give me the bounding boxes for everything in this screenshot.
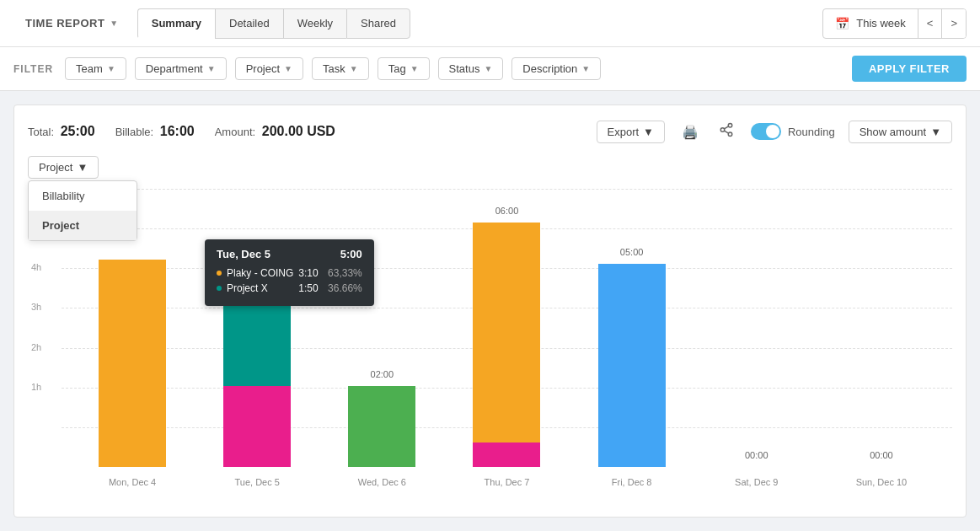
grid-label-1h: 1h (31, 382, 41, 392)
filter-project[interactable]: Project ▼ (235, 57, 303, 80)
bar-group-5[interactable]: 00:00Sat, Dec 9 (694, 189, 819, 467)
filter-description[interactable]: Description ▼ (511, 57, 601, 80)
rounding-label: Rounding (788, 126, 835, 138)
share-icon-button[interactable] (715, 119, 737, 144)
amount-stat: Amount: 200.00 USD (215, 124, 335, 139)
bar-chart: 6h 5h 4h 3h 2h (28, 189, 952, 492)
bar-value-label-6: 00:00 (870, 450, 893, 460)
time-report-label: TIME REPORT (25, 17, 104, 30)
bar-group-4[interactable]: 05:00Fri, Dec 8 (570, 189, 694, 467)
groupby-option-project[interactable]: Project (29, 211, 137, 240)
date-range-label: This week (856, 17, 906, 30)
rounding-toggle: Rounding (751, 123, 835, 140)
filter-project-chevron-icon: ▼ (284, 64, 292, 73)
filter-label: FILTER (13, 63, 53, 75)
tooltip-pct-0: 63,33% (328, 267, 362, 279)
tooltip-row-0: Plaky - COING 3:10 63,33% (217, 267, 362, 279)
filter-tag-label: Tag (388, 62, 406, 75)
tooltip-pct-1: 36.66% (328, 282, 362, 294)
bar-day-label-5: Sat, Dec 9 (735, 477, 778, 487)
bar-value-label-5: 00:00 (745, 450, 768, 460)
groupby-label: Project (39, 161, 72, 174)
next-date-btn[interactable]: > (941, 9, 966, 38)
calendar-icon: 📅 (835, 17, 849, 30)
tooltip-time-0: 3:10 (298, 267, 318, 279)
bar-segment-2-0 (348, 386, 415, 467)
amount-label: Amount: (215, 126, 255, 138)
bar-day-label-0: Mon, Dec 4 (109, 477, 156, 487)
tab-detailed[interactable]: Detailed (215, 8, 283, 39)
filter-status[interactable]: Status ▼ (438, 57, 504, 80)
bar-segment-3-1 (473, 223, 540, 442)
tab-group: Summary Detailed Weekly Shared (137, 8, 410, 39)
time-report-button[interactable]: TIME REPORT ▼ (13, 10, 131, 36)
groupby-dropdown-button[interactable]: Project ▼ (28, 156, 99, 179)
tooltip: Tue, Dec 5 5:00 Plaky - COING 3:10 63,33… (205, 239, 374, 306)
bar-group-6[interactable]: 00:00Sun, Dec 10 (819, 189, 944, 467)
print-icon-button[interactable]: 🖨️ (678, 121, 702, 143)
apply-filter-button[interactable]: APPLY FILTER (852, 56, 967, 82)
bar-group-1[interactable]: 05:00Tue, Dec 5 (195, 189, 319, 467)
billable-label: Billable: (115, 126, 154, 138)
tooltip-dot-0 (217, 271, 222, 276)
filter-department-label: Department (146, 62, 203, 75)
tooltip-row-0-left: Plaky - COING (217, 267, 293, 279)
tab-weekly[interactable]: Weekly (283, 8, 346, 39)
svg-line-3 (724, 131, 728, 133)
bar-segment-1-0 (223, 386, 291, 467)
time-report-chevron-icon: ▼ (110, 19, 118, 28)
filter-department[interactable]: Department ▼ (135, 57, 227, 80)
top-nav: TIME REPORT ▼ Summary Detailed Weekly Sh… (0, 0, 980, 47)
tooltip-title: Tue, Dec 5 (217, 248, 270, 260)
bar-group-3[interactable]: 06:00Thu, Dec 7 (444, 189, 569, 467)
export-button[interactable]: Export ▼ (597, 121, 665, 143)
filter-bar: FILTER Team ▼ Department ▼ Project ▼ Tas… (0, 47, 980, 91)
grid-label-4h: 4h (31, 262, 41, 272)
tooltip-row-1-right: 1:50 36.66% (298, 282, 361, 294)
chart-area: Project ▼ Billability Project 6h (28, 156, 952, 492)
prev-date-btn[interactable]: < (918, 9, 942, 38)
filter-team[interactable]: Team ▼ (65, 57, 126, 80)
filter-department-chevron-icon: ▼ (207, 64, 216, 73)
amount-value: 200.00 USD (262, 124, 335, 138)
groupby-option-billability[interactable]: Billability (29, 181, 137, 211)
svg-point-1 (720, 128, 725, 132)
tooltip-header: Tue, Dec 5 5:00 (217, 248, 362, 260)
bar-day-label-6: Sun, Dec 10 (856, 477, 908, 487)
filter-team-label: Team (76, 62, 103, 75)
groupby-dropdown-menu: Billability Project (28, 180, 137, 241)
rounding-toggle-switch[interactable] (751, 123, 781, 140)
filter-tag[interactable]: Tag ▼ (378, 57, 430, 80)
total-label: Total: (28, 126, 54, 138)
svg-line-4 (724, 126, 728, 129)
tooltip-row-1: Project X 1:50 36.66% (217, 282, 362, 294)
bar-value-label-4: 05:00 (620, 247, 644, 257)
export-chevron-icon: ▼ (643, 126, 654, 138)
filter-task-chevron-icon: ▼ (350, 64, 358, 73)
show-amount-button[interactable]: Show amount ▼ (849, 121, 952, 143)
grid-label-3h: 3h (31, 302, 41, 312)
total-value: 25:00 (61, 124, 95, 138)
tab-shared[interactable]: Shared (346, 8, 410, 39)
show-amount-chevron-icon: ▼ (930, 126, 941, 138)
main-content: Total: 25:00 Billable: 16:00 Amount: 200… (0, 91, 980, 531)
tab-summary[interactable]: Summary (137, 8, 215, 39)
groupby-dropdown-container: Project ▼ Billability Project (28, 156, 952, 179)
bar-group-2[interactable]: 02:00Wed, Dec 6 (319, 189, 444, 467)
tooltip-total: 5:00 (340, 248, 362, 260)
svg-point-0 (728, 124, 732, 128)
bar-value-label-3: 06:00 (495, 206, 519, 216)
filter-description-chevron-icon: ▼ (581, 64, 590, 73)
tooltip-row-1-left: Project X (217, 282, 268, 294)
top-nav-left: TIME REPORT ▼ Summary Detailed Weekly Sh… (13, 8, 410, 39)
filter-status-chevron-icon: ▼ (484, 64, 492, 73)
filter-status-label: Status (449, 62, 480, 75)
bar-segment-0-0 (99, 260, 166, 468)
show-amount-label: Show amount (860, 126, 927, 138)
filter-task[interactable]: Task ▼ (312, 57, 369, 80)
bar-value-label-2: 02:00 (371, 369, 394, 379)
tooltip-dot-1 (217, 286, 222, 291)
bar-day-label-3: Thu, Dec 7 (485, 477, 530, 487)
stats-actions: Export ▼ 🖨️ Rounding (597, 119, 952, 144)
bar-segment-3-0 (473, 442, 540, 467)
